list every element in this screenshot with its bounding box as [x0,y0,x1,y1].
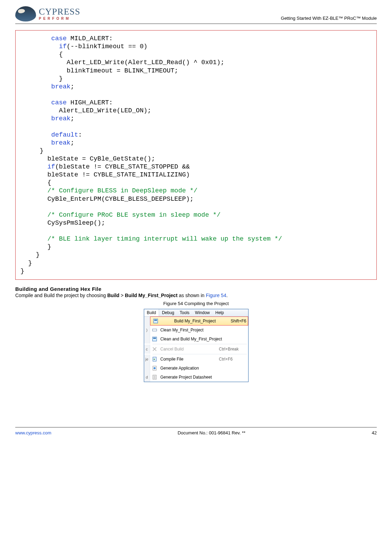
menu-item-clean[interactable]: Clean My_First_Project [150,326,248,335]
menu-item-compile-file[interactable]: Compile File Ctrl+F6 [150,355,248,364]
menu-item-generate-app[interactable]: Generate Application [150,364,248,373]
svg-rect-4 [153,338,156,339]
section-body: Compile and Build the project by choosin… [15,293,377,298]
gutter [144,317,150,326]
logo: CYPRESS PERFORM [15,6,80,21]
page-footer: www.cypress.com Document No.: 001-96841 … [15,427,377,442]
doc-title: Getting Started With EZ-BLE™ PRoC™ Modul… [281,16,377,21]
page-header: CYPRESS PERFORM Getting Started With EZ-… [15,6,377,24]
menu-item-cancel-build: Cancel Build Ctrl+Break [150,345,248,354]
logo-mark-icon [15,6,36,21]
menu-item-build-project[interactable]: Build My_First_Project Shift+F6 [150,317,248,326]
figure-reference-link[interactable]: Figure 54 [206,293,226,298]
cancel-icon [151,346,158,353]
svg-rect-0 [154,319,158,323]
svg-rect-2 [153,329,157,331]
menu-item-clean-build[interactable]: Clean and Build My_First_Project [150,335,248,344]
build-icon [151,336,158,343]
menu-help[interactable]: Help [212,309,227,316]
logo-word: CYPRESS [39,7,80,16]
menubar: Build Debug Tools Window Help [144,309,248,317]
section-heading: Building and Generating Hex File [15,286,377,292]
generate-icon [151,365,158,372]
footer-url[interactable]: www.cypress.com [15,430,51,435]
menu-tools[interactable]: Tools [177,309,192,316]
svg-rect-3 [153,337,157,341]
svg-point-10 [154,367,156,369]
footer-docnum: Document No.: 001-96841 Rev. ** [177,430,245,435]
menu-debug[interactable]: Debug [159,309,177,316]
logo-tagline: PERFORM [39,17,80,20]
build-icon [152,318,159,324]
clean-icon [151,327,158,334]
code-block: case MILD_ALERT: if(--blinkTimeout == 0)… [15,30,377,280]
menu-item-generate-datasheet[interactable]: Generate Project Datasheet [150,373,248,382]
footer-pagenum: 42 [372,430,377,435]
menu-window[interactable]: Window [192,309,213,316]
menu-build[interactable]: Build [144,309,159,316]
svg-rect-1 [154,320,157,321]
figure-caption: Figure 54 Compiling the Project [15,301,377,306]
datasheet-icon [151,374,158,381]
compile-icon [151,356,158,363]
screenshot-menu: Build Debug Tools Window Help Build My_F… [144,309,249,382]
